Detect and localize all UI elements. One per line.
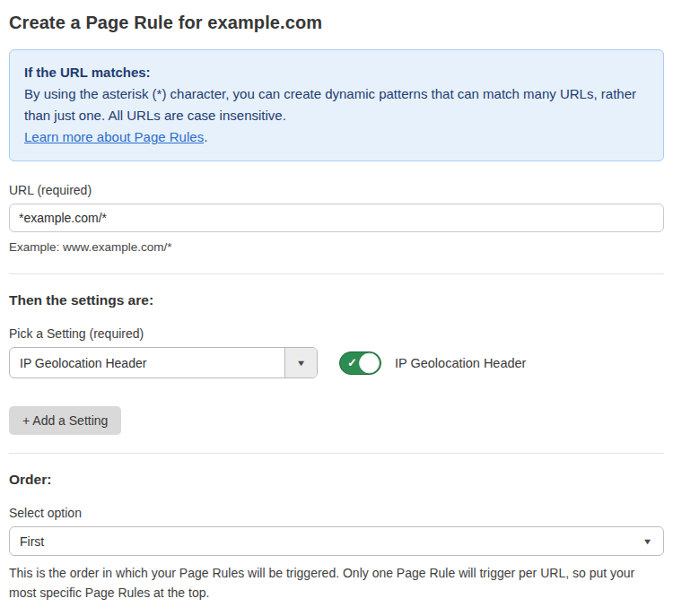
- settings-section-heading: Then the settings are:: [9, 292, 664, 308]
- order-select-label: Select option: [9, 506, 664, 520]
- create-page-rule-form: Create a Page Rule for example.com If th…: [0, 0, 673, 616]
- url-example-helper: Example: www.example.com/*: [9, 239, 664, 256]
- divider: [9, 273, 664, 274]
- ip-geolocation-toggle[interactable]: ✓: [339, 351, 381, 375]
- learn-more-link[interactable]: Learn more about Page Rules: [24, 129, 204, 144]
- setting-picker-value: IP Geolocation Header: [10, 348, 284, 377]
- url-input[interactable]: [9, 204, 664, 232]
- setting-picker-dropdown[interactable]: IP Geolocation Header ▼: [9, 347, 318, 378]
- setting-toggle-group: ✓ IP Geolocation Header: [339, 351, 526, 375]
- chevron-down-icon: ▼: [296, 359, 307, 368]
- chevron-down-icon: ▼: [642, 537, 653, 546]
- url-field-label: URL (required): [9, 183, 664, 197]
- setting-picker-label: Pick a Setting (required): [9, 326, 664, 341]
- link-period: .: [204, 129, 207, 144]
- order-select[interactable]: First ▼: [9, 526, 664, 556]
- info-callout-heading: If the URL matches:: [24, 62, 649, 83]
- check-icon: ✓: [347, 356, 357, 369]
- url-match-info-callout: If the URL matches: By using the asteris…: [9, 49, 664, 161]
- order-select-value: First: [20, 534, 44, 549]
- info-callout-body: By using the asterisk (*) character, you…: [24, 83, 649, 126]
- setting-picker-arrow-button[interactable]: ▼: [284, 348, 317, 377]
- divider: [9, 453, 664, 454]
- order-helper-text: This is the order in which your Page Rul…: [9, 563, 664, 603]
- add-setting-button[interactable]: + Add a Setting: [9, 406, 121, 435]
- setting-row: IP Geolocation Header ▼ ✓ IP Geolocation…: [9, 347, 664, 378]
- toggle-knob: [359, 352, 380, 373]
- page-title: Create a Page Rule for example.com: [9, 13, 664, 33]
- order-section-heading: Order:: [9, 472, 664, 488]
- toggle-label: IP Geolocation Header: [395, 356, 526, 370]
